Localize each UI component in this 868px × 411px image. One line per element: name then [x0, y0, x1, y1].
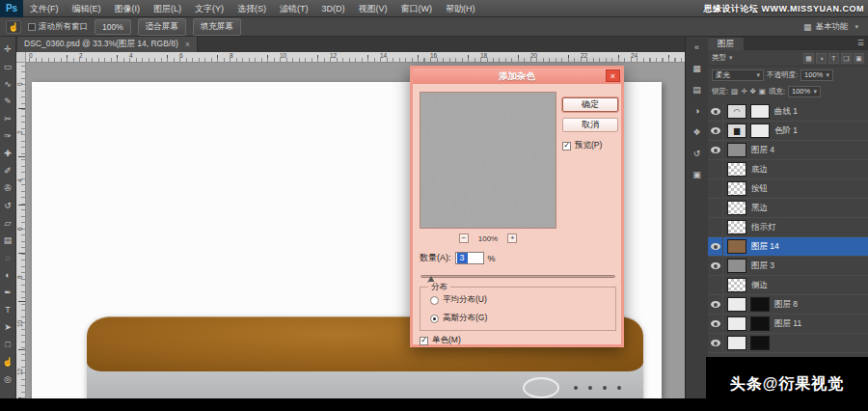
- hand-tool[interactable]: ☝: [1, 353, 15, 370]
- shape-tool[interactable]: □: [1, 336, 15, 353]
- gradient-tool[interactable]: ▤: [1, 232, 15, 249]
- menu-item-8[interactable]: 3D(D): [315, 0, 352, 17]
- brush-tool[interactable]: ✐: [1, 162, 15, 179]
- layer-thumbnail[interactable]: [727, 143, 746, 157]
- fill-select[interactable]: 100%: [788, 86, 821, 97]
- mask-thumbnail[interactable]: [750, 104, 770, 119]
- visibility-toggle[interactable]: [708, 199, 723, 217]
- radio-gaussian-distribution[interactable]: 高斯分布(G): [430, 313, 615, 324]
- zoom-tool[interactable]: ◎: [1, 370, 15, 388]
- pen-tool[interactable]: ✒: [1, 284, 15, 301]
- layer-thumbnail[interactable]: [727, 162, 746, 177]
- zoom-in-button[interactable]: +: [507, 233, 517, 243]
- healing-brush-tool[interactable]: ✚: [1, 145, 15, 162]
- fill-screen-button[interactable]: 填充屏幕: [193, 18, 241, 36]
- lasso-tool[interactable]: ∿: [1, 75, 15, 93]
- lock-position-icon[interactable]: ✥: [749, 87, 755, 96]
- color-panel-icon[interactable]: ▦: [690, 63, 705, 75]
- marquee-tool[interactable]: ▭: [1, 58, 15, 75]
- move-tool[interactable]: ✛: [1, 41, 15, 58]
- adjustments-panel-icon[interactable]: ◑: [690, 105, 705, 118]
- hand-tool-preset-icon[interactable]: ☝: [6, 20, 21, 34]
- visibility-toggle[interactable]: [708, 141, 723, 159]
- layer-row-9[interactable]: 图层 3: [708, 257, 868, 276]
- menu-item-3[interactable]: 图像(I): [108, 0, 148, 17]
- radio-uniform-distribution[interactable]: 平均分布(U): [430, 294, 615, 306]
- layer-row-5[interactable]: 按钮: [708, 179, 868, 199]
- blend-mode-select[interactable]: 柔光: [712, 69, 764, 81]
- zoom-out-button[interactable]: −: [459, 233, 469, 243]
- menu-item-6[interactable]: 选择(S): [231, 0, 273, 17]
- adjustment-thumbnail[interactable]: ▆: [727, 123, 746, 138]
- filter-type-select[interactable]: 类型: [712, 53, 733, 63]
- filter-adjustment-layers-icon[interactable]: ◑: [816, 53, 827, 64]
- layer-thumbnail[interactable]: [727, 201, 746, 215]
- layer-thumbnail[interactable]: [727, 278, 746, 292]
- mask-thumbnail[interactable]: [750, 297, 770, 312]
- history-brush-tool[interactable]: ↺: [1, 197, 15, 214]
- visibility-toggle[interactable]: [708, 334, 723, 352]
- layer-thumbnail[interactable]: [727, 316, 746, 331]
- visibility-toggle[interactable]: [708, 315, 723, 333]
- layer-row-12[interactable]: 图层 11: [708, 315, 868, 334]
- quick-selection-tool[interactable]: ✎: [1, 93, 15, 110]
- layer-row-11[interactable]: 图层 8: [708, 295, 868, 315]
- clone-stamp-tool[interactable]: ✇: [1, 179, 15, 197]
- layer-thumbnail[interactable]: [727, 259, 746, 273]
- layer-row-8[interactable]: 图层 14: [708, 237, 868, 257]
- layer-row-1[interactable]: ◠曲线 1: [708, 102, 868, 122]
- dodge-tool[interactable]: ◐: [1, 266, 15, 284]
- layer-row-7[interactable]: 指示灯: [708, 218, 868, 237]
- layer-row-13[interactable]: [708, 334, 868, 353]
- lock-transparency-icon[interactable]: ▨: [731, 87, 738, 96]
- workspace-switcher[interactable]: ▦ 基本功能: [803, 21, 862, 33]
- menu-item-4[interactable]: 图层(L): [147, 0, 188, 17]
- mask-thumbnail[interactable]: [750, 123, 770, 138]
- blur-tool[interactable]: ◌: [1, 249, 15, 266]
- opacity-select[interactable]: 100%: [800, 69, 833, 81]
- styles-panel-icon[interactable]: ❖: [690, 126, 705, 139]
- dialog-close-button[interactable]: ×: [606, 69, 620, 82]
- scroll-all-windows-checkbox[interactable]: 滚动所有窗口: [28, 21, 88, 33]
- filter-smart-object-layers-icon[interactable]: ▣: [854, 53, 864, 64]
- visibility-toggle[interactable]: [708, 179, 723, 198]
- filter-type-layers-icon[interactable]: T: [828, 53, 839, 64]
- visibility-toggle[interactable]: [708, 122, 723, 140]
- panel-menu-icon[interactable]: [854, 37, 868, 50]
- noise-preview[interactable]: [420, 92, 556, 229]
- layer-row-3[interactable]: 图层 4: [708, 141, 868, 160]
- vertical-ruler[interactable]: 024681012: [16, 63, 26, 398]
- menu-item-2[interactable]: 编辑(E): [66, 0, 108, 17]
- eraser-tool[interactable]: ▱: [1, 214, 15, 232]
- mask-thumbnail[interactable]: [750, 316, 770, 331]
- adjustment-thumbnail[interactable]: ◠: [727, 104, 746, 119]
- menu-item-9[interactable]: 视图(V): [352, 0, 394, 17]
- filter-shape-layers-icon[interactable]: ❏: [841, 53, 852, 64]
- add-noise-dialog[interactable]: 添加杂色 × − 100% + 确定 取消 ✓ 预览(P): [410, 66, 624, 347]
- lock-all-icon[interactable]: ▣: [759, 87, 766, 96]
- menu-item-10[interactable]: 窗口(W): [394, 0, 440, 17]
- preview-checkbox[interactable]: ✓ 预览(P): [562, 140, 602, 151]
- type-tool[interactable]: T: [1, 301, 15, 318]
- menu-item-1[interactable]: 文件(F): [23, 0, 66, 17]
- filter-pixel-layers-icon[interactable]: ▦: [803, 53, 814, 64]
- amount-input[interactable]: 3: [455, 252, 484, 264]
- collapse-dock-icon[interactable]: «: [690, 41, 705, 54]
- layer-row-4[interactable]: 底边: [708, 160, 868, 179]
- swatches-panel-icon[interactable]: ▤: [690, 84, 705, 96]
- layer-thumbnail[interactable]: [727, 239, 746, 254]
- ok-button[interactable]: 确定: [562, 97, 618, 112]
- visibility-toggle[interactable]: [708, 237, 723, 256]
- layer-thumbnail[interactable]: [727, 220, 746, 234]
- visibility-toggle[interactable]: [708, 276, 723, 294]
- layer-thumbnail[interactable]: [727, 297, 746, 312]
- mask-thumbnail[interactable]: [750, 336, 770, 350]
- cancel-button[interactable]: 取消: [562, 118, 618, 132]
- layer-row-6[interactable]: 黑边: [708, 199, 868, 218]
- document-tab[interactable]: DSC_0360.psd @ 33.3%(图层 14, RGB/8) ×: [17, 37, 198, 52]
- monochrome-checkbox[interactable]: ✓ 单色(M): [420, 335, 461, 346]
- tab-layers[interactable]: 图层: [708, 38, 744, 50]
- menu-item-11[interactable]: 帮助(H): [439, 0, 482, 17]
- visibility-toggle[interactable]: [708, 160, 723, 178]
- zoom-100-button[interactable]: 100%: [95, 19, 131, 35]
